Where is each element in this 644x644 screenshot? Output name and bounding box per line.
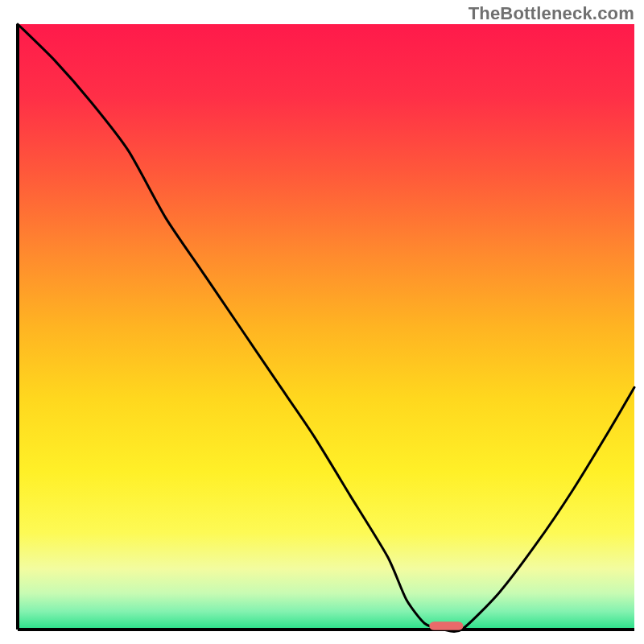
chart-container: TheBottleneck.com: [0, 0, 644, 644]
bottleneck-chart: [0, 0, 644, 644]
plot-background: [18, 24, 634, 630]
optimal-marker: [429, 621, 463, 630]
